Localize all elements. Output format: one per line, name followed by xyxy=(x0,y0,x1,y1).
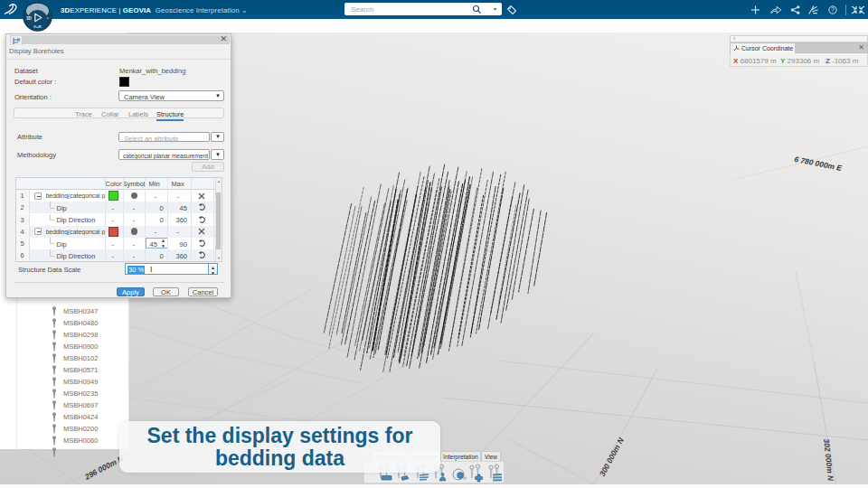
svg-text:𝒖: 𝒖 xyxy=(47,15,50,20)
svg-text:3D: 3D xyxy=(26,16,33,21)
svg-text:⋮: ⋮ xyxy=(36,5,40,10)
svg-text:?: ? xyxy=(831,6,835,13)
svg-text:V+R: V+R xyxy=(33,24,42,29)
